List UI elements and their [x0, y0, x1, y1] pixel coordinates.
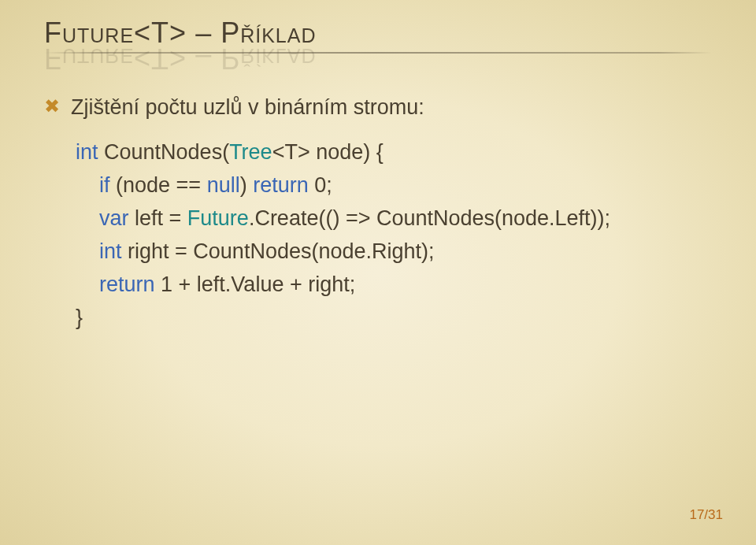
title-block: Future<T> – Příklad Future<T> – Příklad	[44, 17, 712, 54]
code-class-future: Future	[187, 206, 249, 230]
code-kw-return: return	[253, 173, 309, 197]
slide-title: Future<T> – Příklad	[44, 17, 712, 49]
page-number: 17/31	[689, 507, 723, 523]
code-text: right = CountNodes(node.Right);	[122, 239, 435, 263]
code-text: left =	[129, 206, 187, 230]
code-block: int CountNodes(Tree<T> node) { if (node …	[76, 136, 712, 334]
code-text: )	[240, 173, 254, 197]
code-text: 1 + left.Value + right;	[155, 272, 356, 296]
slide-body: ✖ Zjištění počtu uzlů v binárním stromu:…	[44, 91, 712, 335]
slide: Future<T> – Příklad Future<T> – Příklad …	[0, 0, 756, 545]
code-kw-var: var	[99, 206, 129, 230]
bullet-item: ✖ Zjištění počtu uzlů v binárním stromu:	[44, 91, 712, 124]
title-divider	[44, 52, 712, 54]
code-text: }	[76, 306, 83, 329]
code-class-tree: Tree	[229, 140, 272, 164]
code-text: <T> node) {	[272, 140, 384, 164]
code-text: CountNodes(	[98, 140, 230, 164]
code-kw-int: int	[76, 140, 98, 164]
bullet-text: Zjištění počtu uzlů v binárním stromu:	[71, 91, 424, 124]
code-kw-null: null	[207, 173, 240, 197]
code-kw-return: return	[99, 272, 155, 296]
code-text: .Create(() => CountNodes(node.Left));	[249, 206, 610, 230]
code-text: 0;	[309, 173, 332, 197]
bullet-icon: ✖	[44, 91, 60, 121]
code-text: (node ==	[110, 173, 207, 197]
code-kw-if: if	[99, 173, 110, 197]
code-kw-int: int	[99, 239, 122, 263]
